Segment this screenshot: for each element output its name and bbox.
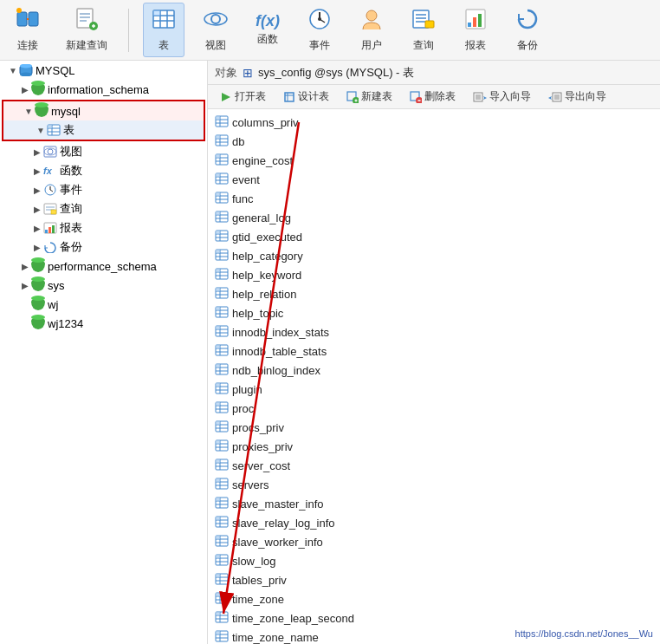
toolbar-query[interactable]: 查询 bbox=[403, 3, 444, 56]
toolbar-user[interactable]: 用户 bbox=[351, 3, 392, 56]
sidebar-item-query-group[interactable]: ▶ 查询 bbox=[0, 199, 207, 218]
sidebar-item-information-schema[interactable]: ▶ information_schema bbox=[0, 80, 207, 99]
table-row-name: help_category bbox=[232, 250, 303, 263]
svg-rect-1 bbox=[29, 12, 38, 26]
sidebar-item-func-group[interactable]: ▶ fx 函数 bbox=[0, 161, 207, 180]
mysql-label: mysql bbox=[51, 105, 81, 118]
table-row[interactable]: proxies_priv bbox=[208, 437, 660, 456]
table-row-icon bbox=[215, 287, 229, 302]
sidebar-item-mysql-root[interactable]: ▼ MYSQL bbox=[0, 61, 207, 80]
object-bar-title: sys_config @sys (MYSQL) - 表 bbox=[258, 65, 414, 81]
table-row-name: servers bbox=[232, 478, 269, 491]
table-row-name: innodb_index_stats bbox=[232, 326, 329, 339]
wj1234-label: wj1234 bbox=[48, 317, 83, 330]
toolbar-table[interactable]: 表 bbox=[143, 3, 184, 57]
table-row[interactable]: gtid_executed bbox=[208, 227, 660, 246]
table-row[interactable]: time_zone bbox=[208, 589, 660, 608]
table-row[interactable]: slow_log bbox=[208, 551, 660, 570]
design-table-button[interactable]: 设计表 bbox=[278, 88, 334, 106]
table-row[interactable]: servers bbox=[208, 475, 660, 494]
object-bar: 对象 ⊞ sys_config @sys (MYSQL) - 表 bbox=[208, 61, 660, 85]
table-row[interactable]: help_topic bbox=[208, 303, 660, 322]
open-table-button[interactable]: 打开表 bbox=[215, 88, 271, 106]
toolbar-report[interactable]: 报表 bbox=[455, 3, 496, 56]
toolbar-function[interactable]: f(x) 函数 bbox=[247, 10, 288, 50]
table-row[interactable]: ndb_binlog_index bbox=[208, 361, 660, 380]
export-wizard-button[interactable]: 导出向导 bbox=[543, 88, 611, 106]
svg-rect-54 bbox=[52, 225, 55, 233]
toolbar-connect[interactable]: 连接 bbox=[7, 3, 49, 56]
toolbar-event[interactable]: 事件 bbox=[299, 3, 340, 56]
view-group-arrow: ▶ bbox=[31, 147, 43, 157]
sidebar-item-wj1234[interactable]: wj1234 bbox=[0, 314, 207, 333]
table-row-name: help_keyword bbox=[232, 269, 301, 282]
table-row-icon bbox=[215, 115, 229, 130]
table-row[interactable]: func bbox=[208, 189, 660, 208]
table-row[interactable]: slave_master_info bbox=[208, 494, 660, 513]
info-schema-arrow: ▶ bbox=[19, 85, 31, 94]
svg-rect-85 bbox=[216, 135, 220, 139]
mysql-icon bbox=[19, 64, 33, 76]
sidebar-item-wj[interactable]: wj bbox=[0, 295, 207, 314]
perf-schema-label: performance_schema bbox=[48, 260, 157, 273]
open-table-label: 打开表 bbox=[235, 89, 266, 104]
table-row-name: columns_priv bbox=[232, 116, 299, 129]
table-row[interactable]: procs_priv bbox=[208, 418, 660, 437]
sidebar-item-event-group[interactable]: ▶ 事件 bbox=[0, 180, 207, 199]
sidebar-item-performance-schema[interactable]: ▶ performance_schema bbox=[0, 257, 207, 276]
perf-schema-icon bbox=[31, 260, 45, 272]
svg-rect-145 bbox=[216, 364, 220, 368]
table-row[interactable]: slave_worker_info bbox=[208, 532, 660, 551]
svg-point-3 bbox=[16, 8, 22, 13]
table-row[interactable]: plugin bbox=[208, 380, 660, 399]
sidebar-item-backup-group[interactable]: ▶ 备份 bbox=[0, 237, 207, 257]
table-row[interactable]: help_keyword bbox=[208, 265, 660, 284]
sidebar-item-sys[interactable]: ▶ sys bbox=[0, 276, 207, 295]
table-row[interactable]: slave_relay_log_info bbox=[208, 513, 660, 532]
backup-label: 备份 bbox=[517, 38, 538, 53]
design-table-icon bbox=[283, 91, 295, 103]
table-row[interactable]: server_cost bbox=[208, 456, 660, 475]
table-row[interactable]: general_log bbox=[208, 208, 660, 227]
toolbar-new-query[interactable]: 新建查询 bbox=[59, 3, 114, 56]
table-row-icon bbox=[215, 535, 229, 550]
new-table-button[interactable]: 新建表 bbox=[341, 88, 398, 106]
table-row-name: slave_relay_log_info bbox=[232, 517, 335, 530]
report-label: 报表 bbox=[465, 38, 486, 53]
table-row[interactable]: help_category bbox=[208, 246, 660, 265]
delete-table-button[interactable]: 删除表 bbox=[404, 88, 461, 106]
import-wizard-button[interactable]: 导入向导 bbox=[468, 88, 536, 106]
table-row-icon bbox=[215, 516, 229, 530]
table-row[interactable]: proc bbox=[208, 399, 660, 418]
table-row[interactable]: event bbox=[208, 170, 660, 189]
table-row[interactable]: tables_priv bbox=[208, 570, 660, 589]
table-row[interactable]: innodb_index_stats bbox=[208, 322, 660, 342]
table-row[interactable]: innodb_table_stats bbox=[208, 342, 660, 361]
table-row-name: plugin bbox=[232, 383, 262, 396]
toolbar-view[interactable]: 视图 bbox=[195, 3, 236, 56]
table-row[interactable]: time_zone_leap_second bbox=[208, 608, 660, 628]
table-row-icon bbox=[215, 478, 229, 492]
svg-rect-120 bbox=[216, 269, 220, 272]
event-group-icon bbox=[43, 184, 57, 196]
table-row-name: slave_master_info bbox=[232, 498, 324, 511]
table-row[interactable]: db bbox=[208, 132, 660, 151]
svg-rect-190 bbox=[216, 536, 220, 539]
table-row[interactable]: columns_priv bbox=[208, 113, 660, 132]
function-icon: f(x) bbox=[256, 13, 280, 29]
table-row-name: tables_priv bbox=[232, 574, 287, 587]
sidebar-item-view-group[interactable]: ▶ 视图 bbox=[0, 142, 207, 161]
table-row[interactable]: engine_cost bbox=[208, 151, 660, 170]
table-row[interactable]: help_relation bbox=[208, 284, 660, 303]
table-row-name: slave_worker_info bbox=[232, 536, 323, 549]
table-row[interactable]: time_zone_name bbox=[208, 628, 660, 644]
table-row-name: proc bbox=[232, 402, 254, 415]
toolbar-backup[interactable]: 备份 bbox=[507, 3, 548, 56]
sidebar-item-mysql[interactable]: ▼ mysql bbox=[3, 101, 204, 120]
sidebar-item-table-group[interactable]: ▼ 表 bbox=[3, 120, 204, 140]
table-row-icon bbox=[215, 439, 229, 454]
wj1234-icon bbox=[31, 317, 45, 329]
view-icon bbox=[204, 7, 228, 35]
sidebar-item-report-group[interactable]: ▶ 报表 bbox=[0, 218, 207, 237]
svg-rect-53 bbox=[49, 227, 51, 233]
